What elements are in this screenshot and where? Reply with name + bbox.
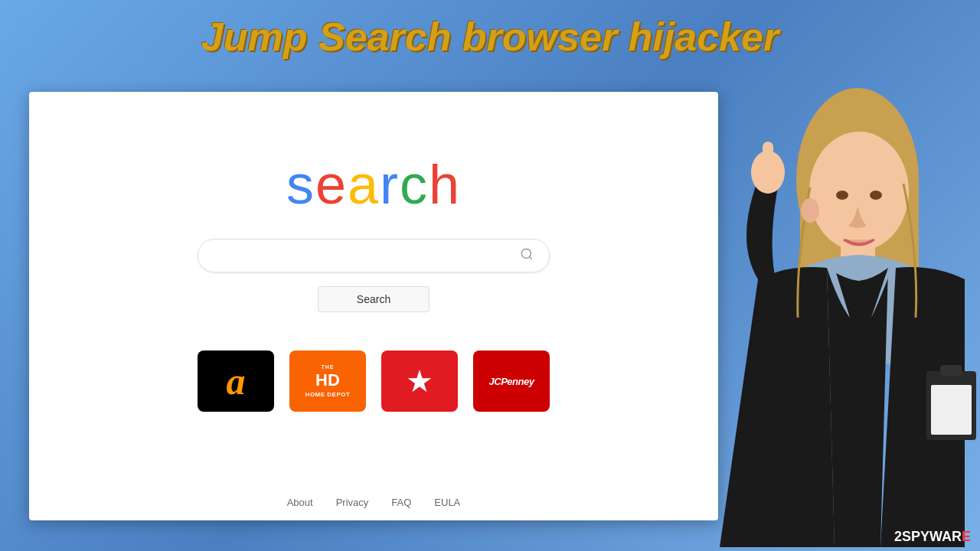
logo-letter-e: e bbox=[315, 154, 348, 215]
logo-letter-a: a bbox=[348, 154, 380, 215]
svg-rect-10 bbox=[931, 385, 972, 435]
homedepot-shortcut[interactable]: THE HD HOME DEPOT bbox=[289, 350, 366, 412]
svg-point-11 bbox=[801, 198, 819, 223]
macys-shortcut[interactable]: ★ bbox=[381, 350, 458, 412]
logo-letter-h: h bbox=[429, 154, 461, 215]
footer-eula[interactable]: EULA bbox=[434, 497, 460, 508]
footer-about[interactable]: About bbox=[287, 497, 313, 508]
svg-rect-9 bbox=[940, 365, 962, 376]
jcpenney-shortcut[interactable]: JCPenney bbox=[473, 350, 550, 412]
logo-letter-r: r bbox=[380, 154, 400, 215]
search-bar bbox=[198, 239, 550, 272]
logo-letter-c: c bbox=[400, 154, 429, 215]
footer-links: About Privacy FAQ EULA bbox=[29, 497, 718, 508]
search-icon-button[interactable] bbox=[517, 244, 537, 267]
watermark-suffix: E bbox=[962, 529, 971, 544]
watermark-brand: SPYWAR bbox=[902, 529, 962, 544]
footer-faq[interactable]: FAQ bbox=[391, 497, 411, 508]
svg-point-4 bbox=[809, 132, 909, 251]
homedepot-logo: THE HD HOME DEPOT bbox=[299, 358, 357, 404]
search-input[interactable] bbox=[211, 249, 517, 262]
search-icon bbox=[520, 247, 534, 261]
shortcuts-row: a THE HD HOME DEPOT ★ JCPenney bbox=[198, 350, 550, 412]
svg-line-1 bbox=[529, 256, 531, 259]
person-container bbox=[674, 42, 980, 551]
svg-point-13 bbox=[870, 191, 882, 200]
person-illustration bbox=[674, 42, 980, 551]
page-background: Jump Search browser hijacker search Sear… bbox=[0, 0, 980, 67]
macys-logo: ★ bbox=[406, 364, 433, 399]
amazon-shortcut[interactable]: a bbox=[198, 350, 274, 412]
jcpenney-logo: JCPenney bbox=[489, 376, 534, 387]
watermark-number: 2 bbox=[894, 529, 902, 544]
search-logo: search bbox=[286, 153, 461, 216]
svg-point-0 bbox=[521, 249, 531, 258]
search-button[interactable]: Search bbox=[318, 286, 430, 312]
logo-letter-s: s bbox=[286, 154, 315, 215]
watermark: 2SPYWARE bbox=[894, 529, 971, 545]
browser-content: search Search a bbox=[29, 92, 718, 442]
footer-privacy[interactable]: Privacy bbox=[336, 497, 369, 508]
browser-window: search Search a bbox=[29, 92, 718, 520]
amazon-logo: a bbox=[227, 359, 246, 403]
svg-rect-7 bbox=[763, 142, 773, 176]
svg-point-12 bbox=[836, 191, 848, 200]
